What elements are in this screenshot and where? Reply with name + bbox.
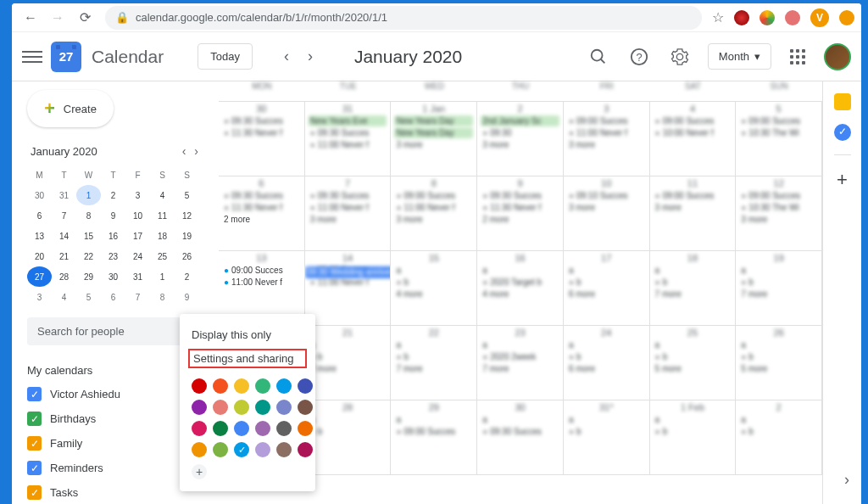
event-chip[interactable]: 09:00 Succes [394, 426, 473, 437]
event-chip[interactable]: New Years Day [394, 115, 473, 126]
mini-day-cell[interactable]: 22 [76, 246, 101, 266]
url-bar[interactable]: 🔒 calendar.google.com/calendar/b/1/r/mon… [105, 6, 702, 30]
grid-cell[interactable]: 16a2020 Target b4 more [477, 251, 564, 325]
grid-cell[interactable]: 23a2020 2week7 more [477, 326, 564, 400]
grid-cell[interactable]: 1 Febab [650, 400, 737, 474]
color-option[interactable] [213, 378, 228, 394]
grid-cell[interactable]: 22nd January Sc09:303 more [477, 102, 564, 176]
event-chip[interactable]: b [567, 277, 646, 288]
mini-day-cell[interactable]: 23 [101, 246, 125, 266]
event-chip[interactable]: 3 more [309, 214, 387, 225]
event-chip[interactable]: 09:00 Succes [654, 115, 732, 126]
mini-prev-button[interactable]: ‹ [181, 143, 188, 160]
event-chip[interactable]: 2020 2week [481, 351, 559, 362]
event-chip[interactable]: 4 more [394, 288, 473, 300]
event-chip[interactable]: a [481, 414, 559, 425]
event-chip[interactable]: 11:00 Never f [394, 202, 473, 213]
calendar-list-item[interactable]: ✓Reminders [27, 461, 203, 475]
mini-day-cell[interactable]: 27 [27, 266, 52, 287]
mini-day-cell[interactable]: 28 [52, 266, 76, 287]
mini-day-cell[interactable]: 5 [175, 185, 199, 205]
event-chip[interactable]: 3 more [567, 139, 646, 150]
event-chip[interactable]: 09:00 Succes [394, 190, 473, 201]
event-chip[interactable]: a [654, 265, 732, 276]
mini-day-cell[interactable]: 26 [175, 246, 199, 266]
grid-cell[interactable]: 709:30 Succes11:00 Never f3 more [305, 176, 392, 250]
event-chip[interactable]: 3 more [567, 202, 646, 213]
mini-day-cell[interactable]: 7 [52, 205, 76, 226]
event-chip[interactable]: 3 more [394, 139, 473, 150]
event-chip[interactable]: 2 more [222, 214, 301, 225]
event-chip[interactable]: a [739, 339, 818, 350]
event-chip[interactable]: New Years Eve [309, 115, 387, 126]
forward-button[interactable]: → [46, 6, 70, 30]
grid-cell[interactable]: 309:00 Succes11:00 Never f3 more [564, 102, 650, 176]
event-chip[interactable]: 3 more [481, 139, 559, 150]
event-chip[interactable]: b [739, 277, 818, 288]
grid-cell[interactable]: 1009:10 Succes3 more [564, 176, 650, 250]
next-month-button[interactable]: › [298, 45, 322, 69]
mini-day-cell[interactable]: 13 [27, 226, 52, 246]
calendar-list-item[interactable]: ✓Victor Ashiedu [27, 387, 203, 401]
event-chip[interactable]: b [654, 351, 732, 362]
mini-day-cell[interactable]: 10 [125, 205, 150, 226]
event-chip[interactable]: a [654, 414, 732, 425]
mini-next-button[interactable]: › [192, 143, 200, 160]
color-option[interactable] [298, 378, 313, 394]
color-option[interactable] [234, 400, 249, 415]
grid-cell[interactable]: 24ab6 more [564, 326, 650, 400]
event-chip[interactable]: b [654, 277, 732, 288]
event-chip[interactable]: b [567, 351, 646, 362]
event-chip[interactable]: 10:30 The Wi [739, 202, 818, 213]
add-addon-button[interactable]: + [837, 169, 848, 191]
event-chip[interactable]: 09:30 Succes [309, 190, 387, 201]
mini-day-cell[interactable]: 30 [101, 266, 125, 287]
mini-day-cell[interactable]: 19 [175, 226, 199, 246]
mini-day-cell[interactable]: 2 [101, 185, 125, 205]
color-option[interactable] [298, 442, 313, 457]
event-chip[interactable]: 09:10 Succes [567, 190, 646, 201]
grid-cell[interactable]: 29a09:00 Succes [391, 400, 477, 474]
grid-cell[interactable]: 18ab7 more [650, 251, 737, 325]
grid-cell[interactable]: 21ab7 more [305, 326, 392, 400]
keep-icon[interactable] [834, 93, 851, 110]
view-selector[interactable]: Month ▾ [708, 43, 771, 70]
grid-cell[interactable]: 1209:00 Succes10:30 The Wi3 more [736, 176, 822, 250]
event-chip[interactable]: b [654, 426, 732, 437]
grid-cell[interactable]: 28ab [305, 400, 392, 474]
mini-day-cell[interactable]: 4 [52, 287, 76, 307]
event-chip[interactable]: a [739, 265, 818, 276]
color-option[interactable] [213, 400, 228, 415]
event-chip[interactable]: 3 more [394, 214, 473, 225]
event-chip[interactable]: 11:00 Never f [309, 139, 387, 150]
color-option[interactable]: ✓ [234, 442, 249, 457]
event-chip[interactable]: b [739, 351, 818, 362]
help-icon[interactable]: ? [630, 48, 648, 66]
mini-day-cell[interactable]: 7 [125, 287, 150, 307]
event-chip[interactable]: a [481, 265, 559, 276]
event-chip[interactable]: 11:00 Never f [567, 127, 646, 138]
calendar-checkbox[interactable]: ✓ [27, 387, 42, 401]
display-only-item[interactable]: Display this only [180, 322, 315, 347]
mini-day-cell[interactable]: 9 [175, 287, 199, 307]
grid-cell[interactable]: 25ab5 more [650, 326, 737, 400]
event-chip[interactable]: a [567, 265, 646, 276]
add-custom-color-button[interactable]: + [192, 464, 207, 479]
tasks-icon[interactable]: ✓ [834, 124, 851, 141]
collapse-rail-button[interactable]: › [844, 471, 849, 489]
mini-day-cell[interactable]: 18 [150, 226, 175, 246]
color-option[interactable] [255, 378, 270, 394]
mini-day-cell[interactable]: 29 [76, 266, 101, 287]
event-chip[interactable]: b [309, 351, 387, 362]
event-chip[interactable]: 11:00 Never f [309, 202, 387, 213]
color-option[interactable] [192, 421, 207, 436]
grid-cell[interactable]: 22ab7 more [391, 326, 477, 400]
extension-icon-2[interactable] [760, 10, 775, 25]
event-chip[interactable]: a [567, 339, 646, 350]
mini-day-cell[interactable]: 1 [150, 266, 175, 287]
calendar-list-item[interactable]: ✓Tasks [27, 485, 203, 500]
calendar-checkbox[interactable]: ✓ [27, 412, 42, 426]
color-option[interactable] [192, 400, 207, 415]
grid-cell[interactable]: 1109:00 Succes3 more [650, 176, 737, 250]
grid-cell[interactable]: 30a09:30 Succes [477, 400, 564, 474]
